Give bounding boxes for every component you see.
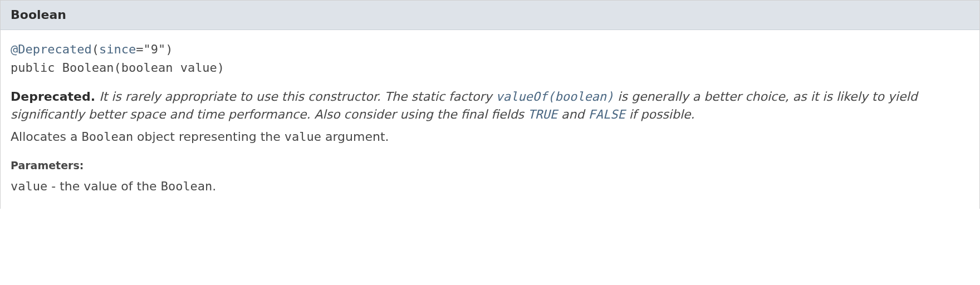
parameters-heading: Parameters: xyxy=(11,158,969,174)
deprecation-text: if possible. xyxy=(625,107,695,121)
signature-text: ( xyxy=(92,42,99,56)
true-link[interactable]: TRUE xyxy=(528,107,557,121)
inline-code: Boolean xyxy=(81,130,133,144)
section-body: @Deprecated(since="9") public Boolean(bo… xyxy=(1,30,979,209)
parameter-line: value - the value of the Boolean. xyxy=(11,178,969,195)
inline-code: Boolean xyxy=(161,179,213,193)
section-title: Boolean xyxy=(11,8,66,22)
since-link[interactable]: since xyxy=(99,42,136,56)
deprecation-text: and xyxy=(557,107,588,121)
valueof-link[interactable]: valueOf(boolean) xyxy=(496,90,614,104)
description-text: argument. xyxy=(321,130,389,144)
deprecation-text: It is rarely appropriate to use this con… xyxy=(95,90,496,104)
deprecated-annotation-link[interactable]: @Deprecated xyxy=(11,42,92,56)
description-text: Allocates a xyxy=(11,130,81,144)
inline-code: value xyxy=(285,130,321,144)
method-signature: @Deprecated(since="9") public Boolean(bo… xyxy=(11,40,969,77)
section-header: Boolean xyxy=(1,1,979,30)
false-link[interactable]: FALSE xyxy=(588,107,625,121)
description-block: Allocates a Boolean object representing … xyxy=(11,128,969,146)
signature-text: public Boolean(boolean value) xyxy=(11,61,224,75)
deprecated-label: Deprecated. xyxy=(11,90,95,104)
parameter-desc: . xyxy=(212,179,216,193)
description-text: object representing the xyxy=(133,130,285,144)
method-detail-block: Boolean @Deprecated(since="9") public Bo… xyxy=(0,0,980,209)
signature-text: ="9") xyxy=(136,42,173,56)
parameter-name: value xyxy=(11,179,47,193)
parameter-desc: - the value of the xyxy=(47,179,160,193)
deprecation-block: Deprecated. It is rarely appropriate to … xyxy=(11,88,969,124)
